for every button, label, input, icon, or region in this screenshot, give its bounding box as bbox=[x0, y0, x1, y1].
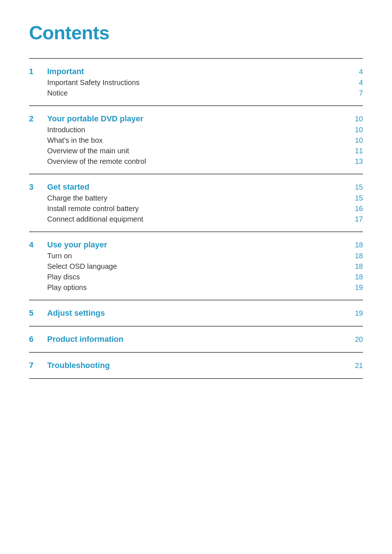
section-title-4[interactable]: Use your player bbox=[47, 240, 348, 250]
section-number-3: 3 bbox=[29, 182, 47, 192]
section-page-4: 18 bbox=[348, 241, 363, 249]
section-number-5: 5 bbox=[29, 308, 47, 318]
toc-title-row: 1Important4 bbox=[29, 67, 363, 76]
toc-sub-row: Connect additional equipment17 bbox=[29, 215, 363, 223]
toc-sub-row: Important Safety Instructions4 bbox=[29, 78, 363, 87]
section-title-7[interactable]: Troubleshooting bbox=[47, 361, 348, 370]
subsection-label-2-0: Introduction bbox=[47, 126, 348, 134]
subsection-label-4-3: Play options bbox=[47, 283, 348, 292]
subsection-label-3-0: Charge the battery bbox=[47, 194, 348, 202]
subsection-page-2-2: 11 bbox=[348, 147, 363, 155]
section-page-7: 21 bbox=[348, 361, 363, 370]
section-title-1[interactable]: Important bbox=[47, 67, 348, 76]
toc-section-7: 7Troubleshooting21 bbox=[29, 352, 363, 379]
section-page-1: 4 bbox=[348, 68, 363, 76]
subsection-label-2-3: Overview of the remote control bbox=[47, 157, 348, 166]
subsection-label-4-1: Select OSD language bbox=[47, 262, 348, 271]
section-title-2[interactable]: Your portable DVD player bbox=[47, 114, 348, 124]
toc-section-1: 1Important4Important Safety Instructions… bbox=[29, 58, 363, 105]
toc-title-row: 6Product information20 bbox=[29, 335, 363, 344]
toc-sub-row: Install remote control battery16 bbox=[29, 205, 363, 213]
section-page-2: 10 bbox=[348, 115, 363, 123]
toc-sub-row: Charge the battery15 bbox=[29, 194, 363, 202]
toc-sub-row: Play discs18 bbox=[29, 273, 363, 281]
subsection-label-3-2: Connect additional equipment bbox=[47, 215, 348, 223]
section-number-6: 6 bbox=[29, 335, 47, 344]
toc-section-2: 2Your portable DVD player10Introduction1… bbox=[29, 105, 363, 174]
subsection-label-4-2: Play discs bbox=[47, 273, 348, 281]
toc-section-6: 6Product information20 bbox=[29, 326, 363, 352]
toc-title-row: 4Use your player18 bbox=[29, 240, 363, 250]
section-page-3: 15 bbox=[348, 183, 363, 191]
subsection-label-2-1: What's in the box bbox=[47, 136, 348, 145]
subsection-label-1-1: Notice bbox=[47, 89, 348, 97]
section-page-6: 20 bbox=[348, 335, 363, 344]
toc-title-row: 5Adjust settings19 bbox=[29, 308, 363, 318]
section-title-5[interactable]: Adjust settings bbox=[47, 308, 348, 318]
subsection-page-2-0: 10 bbox=[348, 126, 363, 134]
subsection-page-4-0: 18 bbox=[348, 252, 363, 260]
section-page-5: 19 bbox=[348, 309, 363, 318]
subsection-label-2-2: Overview of the main unit bbox=[47, 147, 348, 155]
toc-section-4: 4Use your player18Turn on18Select OSD la… bbox=[29, 231, 363, 300]
section-number-4: 4 bbox=[29, 240, 47, 250]
toc-sub-row: What's in the box10 bbox=[29, 136, 363, 145]
toc-sub-row: Select OSD language18 bbox=[29, 262, 363, 271]
toc-sub-row: Introduction10 bbox=[29, 126, 363, 134]
toc-sub-row: Play options19 bbox=[29, 283, 363, 292]
subsection-page-4-2: 18 bbox=[348, 273, 363, 281]
section-number-2: 2 bbox=[29, 114, 47, 124]
page-title: Contents bbox=[29, 22, 363, 44]
toc-sub-row: Overview of the main unit11 bbox=[29, 147, 363, 155]
subsection-label-4-0: Turn on bbox=[47, 252, 348, 260]
section-number-1: 1 bbox=[29, 67, 47, 76]
toc-section-5: 5Adjust settings19 bbox=[29, 300, 363, 326]
section-number-7: 7 bbox=[29, 361, 47, 370]
toc-sub-row: Overview of the remote control13 bbox=[29, 157, 363, 166]
toc-sub-row: Notice7 bbox=[29, 89, 363, 97]
subsection-page-4-1: 18 bbox=[348, 262, 363, 271]
subsection-label-3-1: Install remote control battery bbox=[47, 205, 348, 213]
toc-title-row: 2Your portable DVD player10 bbox=[29, 114, 363, 124]
subsection-page-2-3: 13 bbox=[348, 157, 363, 166]
toc-title-row: 3Get started15 bbox=[29, 182, 363, 192]
subsection-page-3-2: 17 bbox=[348, 215, 363, 223]
subsection-label-1-0: Important Safety Instructions bbox=[47, 78, 348, 87]
subsection-page-1-1: 7 bbox=[348, 89, 363, 97]
section-title-6[interactable]: Product information bbox=[47, 335, 348, 344]
toc-section-3: 3Get started15Charge the battery15Instal… bbox=[29, 174, 363, 231]
subsection-page-3-1: 16 bbox=[348, 205, 363, 213]
toc-sub-row: Turn on18 bbox=[29, 252, 363, 260]
section-title-3[interactable]: Get started bbox=[47, 182, 348, 192]
subsection-page-1-0: 4 bbox=[348, 78, 363, 87]
subsection-page-3-0: 15 bbox=[348, 194, 363, 202]
toc-title-row: 7Troubleshooting21 bbox=[29, 361, 363, 370]
table-of-contents: 1Important4Important Safety Instructions… bbox=[29, 58, 363, 379]
subsection-page-2-1: 10 bbox=[348, 136, 363, 145]
subsection-page-4-3: 19 bbox=[348, 283, 363, 292]
